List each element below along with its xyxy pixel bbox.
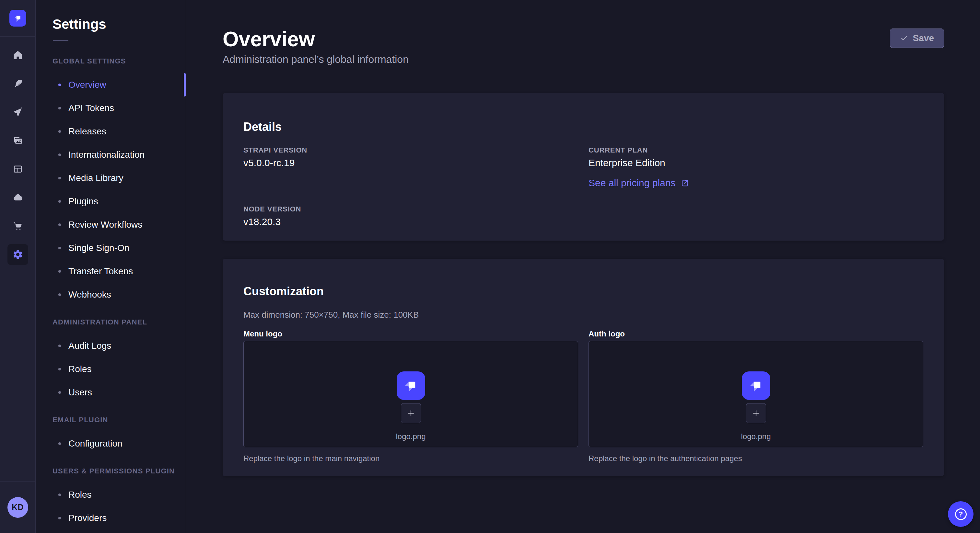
subnav-item-label: Review Workflows — [68, 219, 142, 230]
subnav-item-audit-logs[interactable]: Audit Logs — [36, 334, 186, 357]
main-content: Overview Administration panel’s global i… — [186, 0, 980, 533]
subnav-item-label: Transfer Tokens — [68, 266, 133, 276]
subnav-item-configuration[interactable]: Configuration — [36, 432, 186, 455]
subnav-item-single-sign-on[interactable]: Single Sign-On — [36, 236, 186, 260]
bullet-icon — [58, 270, 61, 273]
pictures-icon — [12, 135, 23, 146]
save-button-label: Save — [913, 33, 934, 43]
subnav-section: ADMINISTRATION PANELAudit LogsRolesUsers — [36, 318, 186, 404]
detail-field: CURRENT PLANEnterprise EditionSee all pr… — [589, 146, 923, 189]
subnav-title-divider — [53, 40, 68, 41]
field-value: v5.0.0-rc.19 — [243, 157, 578, 169]
rail-icon-list — [0, 41, 35, 269]
customization-subheading: Max dimension: 750×750, Max file size: 1… — [243, 310, 923, 320]
subnav-item-label: Overview — [68, 80, 106, 90]
subnav-section-label: EMAIL PLUGIN — [52, 416, 186, 424]
subnav-item-label: Configuration — [68, 438, 123, 449]
subnav-item-webhooks[interactable]: Webhooks — [36, 283, 186, 306]
check-icon — [900, 34, 908, 43]
menu-logo-dropzone[interactable]: logo.png — [243, 341, 578, 447]
paper-plane-icon — [12, 106, 23, 117]
strapi-settings-screen: KD Settings GLOBAL SETTINGSOverviewAPI T… — [0, 0, 980, 533]
auth-logo-field: Auth logologo.pngReplace the logo in the… — [589, 329, 923, 463]
strapi-logo-preview — [397, 371, 425, 400]
subnav-section-label: USERS & PERMISSIONS PLUGIN — [52, 467, 186, 475]
subnav-title: Settings — [52, 17, 186, 32]
pricing-plans-link-label: See all pricing plans — [589, 177, 676, 189]
upload-hint: Replace the logo in the authentication p… — [589, 454, 923, 463]
customization-card: Customization Max dimension: 750×750, Ma… — [223, 259, 944, 476]
settings-subnav: Settings GLOBAL SETTINGSOverviewAPI Toke… — [36, 0, 186, 533]
add-logo-button[interactable] — [401, 403, 421, 423]
upload-field-label: Menu logo — [243, 329, 578, 338]
details-grid: STRAPI VERSIONv5.0.0-rc.19CURRENT PLANEn… — [243, 146, 923, 228]
subnav-item-label: Roles — [68, 364, 92, 374]
subnav-item-users[interactable]: Users — [36, 381, 186, 404]
subnav-item-list: RolesProviders — [36, 483, 186, 530]
subnav-item-overview[interactable]: Overview — [36, 73, 186, 97]
bullet-icon — [58, 293, 61, 296]
bullet-icon — [58, 84, 61, 86]
active-indicator — [184, 73, 186, 97]
rail-bottom-section: KD — [0, 481, 35, 533]
bullet-icon — [58, 130, 61, 133]
rail-item-layout[interactable] — [0, 155, 35, 183]
bullet-icon — [58, 493, 61, 496]
avatar[interactable]: KD — [8, 497, 28, 518]
subnav-item-list: Audit LogsRolesUsers — [36, 334, 186, 404]
subnav-item-releases[interactable]: Releases — [36, 120, 186, 143]
subnav-item-label: Media Library — [68, 173, 124, 183]
subnav-item-roles[interactable]: Roles — [36, 357, 186, 381]
rail-item-cart[interactable] — [0, 212, 35, 240]
upload-hint: Replace the logo in the main navigation — [243, 454, 578, 463]
subnav-item-transfer-tokens[interactable]: Transfer Tokens — [36, 260, 186, 283]
subnav-section-label: GLOBAL SETTINGS — [52, 57, 186, 65]
subnav-item-internationalization[interactable]: Internationalization — [36, 143, 186, 167]
subnav-item-api-tokens[interactable]: API Tokens — [36, 97, 186, 120]
bullet-icon — [58, 200, 61, 203]
question-circle-icon: ? — [955, 508, 967, 520]
help-button[interactable]: ? — [948, 501, 974, 527]
rail-item-home[interactable] — [0, 41, 35, 69]
field-value: v18.20.3 — [243, 216, 578, 228]
subnav-item-providers[interactable]: Providers — [36, 506, 186, 530]
rail-item-feather[interactable] — [0, 69, 35, 98]
pricing-plans-link[interactable]: See all pricing plans — [589, 177, 689, 189]
subnav-item-label: Webhooks — [68, 289, 111, 300]
strapi-logo-preview — [742, 371, 770, 400]
subnav-item-plugins[interactable]: Plugins — [36, 190, 186, 213]
add-logo-button[interactable] — [746, 403, 766, 423]
bullet-icon — [58, 247, 61, 249]
field-label: CURRENT PLAN — [589, 146, 923, 154]
bullet-icon — [58, 443, 61, 445]
plus-icon — [406, 408, 416, 418]
field-label: STRAPI VERSION — [243, 146, 578, 154]
rail-item-gear[interactable] — [0, 240, 35, 269]
subnav-item-label: Users — [68, 387, 92, 398]
subnav-item-label: Releases — [68, 126, 106, 136]
upload-field-label: Auth logo — [589, 329, 923, 338]
subnav-item-label: Plugins — [68, 196, 98, 206]
subnav-item-label: Audit Logs — [68, 341, 111, 351]
gear-icon — [12, 249, 23, 260]
save-button[interactable]: Save — [890, 29, 944, 48]
subnav-section: GLOBAL SETTINGSOverviewAPI TokensRelease… — [36, 57, 186, 306]
strapi-logo[interactable] — [10, 10, 26, 27]
rail-item-pictures[interactable] — [0, 126, 35, 155]
subnav-item-roles[interactable]: Roles — [36, 483, 186, 506]
customization-heading: Customization — [243, 285, 923, 298]
page-header: Overview Administration panel’s global i… — [223, 29, 944, 65]
subnav-item-media-library[interactable]: Media Library — [36, 167, 186, 190]
bullet-icon — [58, 224, 61, 226]
rail-item-paper-plane[interactable] — [0, 98, 35, 126]
subnav-item-label: Internationalization — [68, 150, 145, 160]
rail-item-cloud[interactable] — [0, 183, 35, 212]
details-heading: Details — [243, 120, 923, 134]
subnav-item-label: Roles — [68, 490, 92, 500]
field-value: Enterprise Edition — [589, 157, 923, 169]
detail-field: STRAPI VERSIONv5.0.0-rc.19 — [243, 146, 578, 189]
subnav-item-list: Configuration — [36, 432, 186, 455]
subnav-item-review-workflows[interactable]: Review Workflows — [36, 213, 186, 236]
auth-logo-dropzone[interactable]: logo.png — [589, 341, 923, 447]
logo-filename: logo.png — [741, 431, 771, 441]
